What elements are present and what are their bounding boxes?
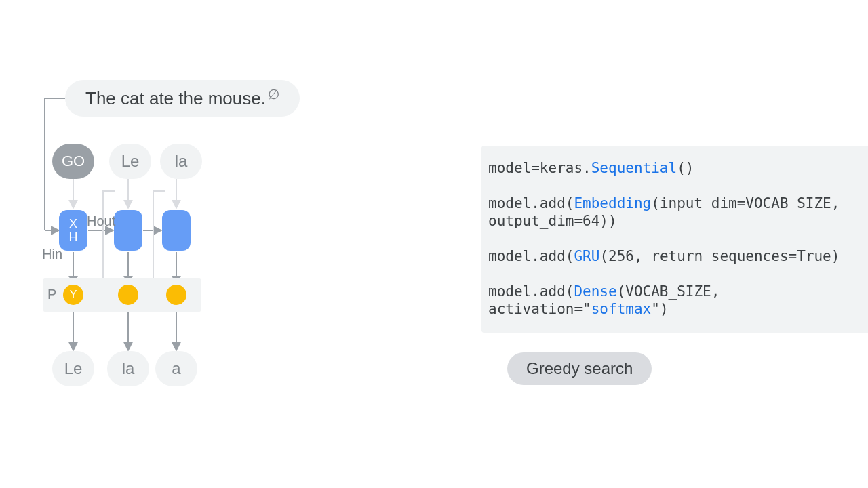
greedy-search-pill: Greedy search [507,352,652,385]
input-sentence-text: The cat ate the mouse. [85,88,266,109]
hin-label: Hin [42,247,62,262]
input-token-2: la [160,144,202,179]
rnn-cell-1 [114,210,142,251]
p-label: P [47,287,56,302]
code-line-2: model.add(Embedding(input_dim=VOCAB_SIZE… [488,195,868,230]
prob-1 [118,285,138,305]
rnn-cell-2 [162,210,191,251]
eos-icon: ∅ [268,86,279,102]
input-sentence-pill: The cat ate the mouse. ∅ [65,80,300,117]
input-token-go: GO [52,144,94,179]
code-line-4: model.add(Dense(VOCAB_SIZE, activation="… [488,283,868,318]
greedy-search-label: Greedy search [526,359,633,378]
prob-2 [166,285,186,305]
code-line-1: model=keras.Sequential() [488,159,868,177]
code-block: model=keras.Sequential() model.add(Embed… [481,146,868,333]
output-token-2: a [155,351,197,386]
diagram-stage: The cat ate the mouse. ∅ GO Le la X H Ho… [0,0,868,488]
prob-0: Y [63,285,83,305]
output-token-0: Le [52,351,94,386]
rnn-cell-0: X H [59,210,87,251]
code-line-3: model.add(GRU(256, return_sequences=True… [488,247,868,265]
output-token-1: la [107,351,149,386]
hout-label: Hout [87,214,115,229]
cell-x-label: X [69,217,77,230]
cell-h-label: H [69,230,78,244]
input-token-1: Le [109,144,151,179]
